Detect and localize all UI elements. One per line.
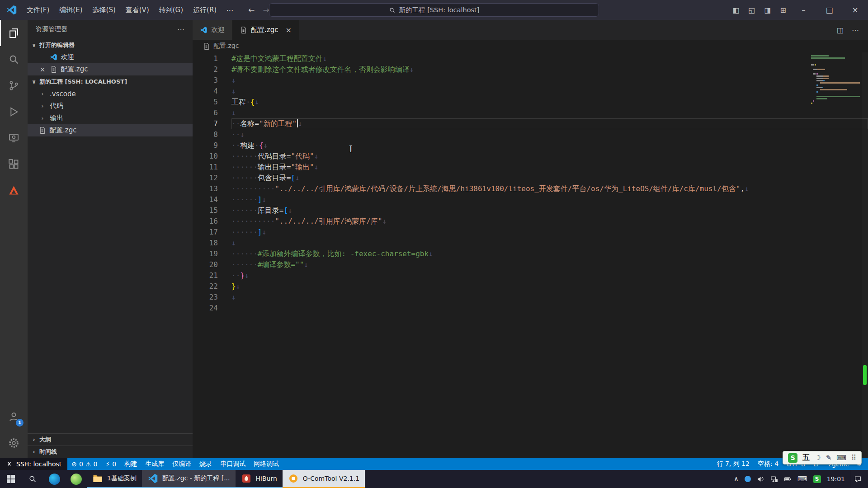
more-actions-icon[interactable]: ⋯: [848, 26, 863, 34]
breadcrumb[interactable]: 配置.zgc: [193, 40, 868, 52]
taskbar-app[interactable]: HiBurn: [236, 470, 283, 488]
tab[interactable]: 配置.zgc×: [232, 20, 299, 40]
menu-item[interactable]: 文件(F): [22, 3, 54, 17]
minimap[interactable]: [811, 55, 860, 109]
menu-item[interactable]: 编辑(E): [54, 3, 87, 17]
toggle-secondary-sidebar-icon[interactable]: ◨: [760, 6, 775, 14]
activity-source-control[interactable]: [0, 72, 28, 99]
code-line[interactable]: ······#添加额外编译参数，比如: -fexec-charset=gbk↓: [231, 249, 868, 259]
code-line[interactable]: ··}↓: [231, 270, 868, 281]
volume-icon[interactable]: [757, 475, 764, 483]
activity-search[interactable]: [0, 46, 28, 72]
code-line[interactable]: ······库目录=[↓: [231, 205, 868, 216]
tab[interactable]: 欢迎: [193, 20, 232, 40]
tree-item[interactable]: ›.vscode: [28, 88, 193, 100]
code-line[interactable]: 工程·{↓: [231, 97, 868, 108]
menu-item[interactable]: 查看(V): [121, 3, 154, 17]
tree-item[interactable]: 配置.zgc: [28, 124, 193, 136]
menu-item[interactable]: 选择(S): [88, 3, 121, 17]
toggle-sidebar-icon[interactable]: ◧: [728, 6, 744, 14]
code-line[interactable]: ··构建·{↓: [231, 140, 868, 151]
sidebar-more-icon[interactable]: ⋯: [177, 25, 184, 34]
edge-browser-button[interactable]: [43, 470, 65, 488]
maximize-button[interactable]: □: [816, 0, 842, 20]
command-center-search[interactable]: 新的工程 [SSH: localhost]: [269, 3, 599, 17]
statusbar-action[interactable]: 网络调试: [250, 458, 283, 470]
code-line[interactable]: ······代码目录="代码"↓: [231, 151, 868, 162]
minimize-button[interactable]: –: [791, 0, 816, 20]
code-line[interactable]: ··↓: [231, 129, 868, 140]
ime-mode-indicator[interactable]: 五: [802, 453, 810, 463]
hidden-icons-chevron[interactable]: ∧: [734, 475, 739, 483]
code-line[interactable]: ··········"../../../引用库/鸿蒙库/代码/设备/片上系统/海…: [231, 183, 868, 194]
code-line[interactable]: ↓: [231, 75, 868, 86]
code-line[interactable]: ··名称="新的工程"↓: [231, 118, 868, 129]
code-editor[interactable]: 123456789101112131415161718192021222324 …: [193, 52, 868, 458]
code-line[interactable]: ↓: [231, 292, 868, 303]
taskbar-app[interactable]: O-ComTool V2.1.1: [283, 470, 365, 488]
statusbar-action[interactable]: 串口调试: [216, 458, 250, 470]
ime-keyboard-icon[interactable]: ⌨: [836, 454, 846, 462]
code-line[interactable]: ······输出目录="输出"↓: [231, 162, 868, 173]
edge-tray-icon[interactable]: [745, 476, 751, 482]
taskbar-app[interactable]: 配置.zgc - 新的工程 [...: [142, 470, 236, 488]
code-line[interactable]: ······包含目录=[↓: [231, 173, 868, 183]
open-editors-header[interactable]: ∨ 打开的编辑器: [28, 39, 193, 51]
clock[interactable]: 19:01: [827, 475, 845, 483]
project-header[interactable]: ∨ 新的工程 [SSH: LOCALHOST]: [28, 75, 193, 88]
statusbar-status[interactable]: 行 7, 列 12: [712, 458, 754, 470]
start-button[interactable]: [0, 470, 22, 488]
sidebar-section[interactable]: ›大纲: [28, 433, 193, 446]
open-editor-item[interactable]: 欢迎: [28, 51, 193, 63]
taskbar-search-button[interactable]: [22, 470, 43, 488]
code-line[interactable]: ······]↓: [231, 227, 868, 238]
code-line[interactable]: ↓: [231, 238, 868, 249]
taskbar-app[interactable]: 1基础案例: [87, 470, 142, 488]
statusbar-action[interactable]: 构建: [120, 458, 141, 470]
code-line[interactable]: #这是中文鸿蒙工程配置文件↓: [231, 53, 868, 64]
activity-settings[interactable]: [0, 430, 28, 456]
sidebar-section[interactable]: ›时间线: [28, 446, 193, 458]
open-editor-item[interactable]: ×配置.zgc: [28, 63, 193, 75]
keyboard-icon[interactable]: ⌨: [797, 475, 807, 483]
menu-more-button[interactable]: ⋯: [222, 6, 238, 14]
back-button[interactable]: ←: [244, 5, 259, 14]
activity-deveco-plugin[interactable]: [0, 177, 28, 203]
code-line[interactable]: }↓: [231, 281, 868, 292]
close-icon[interactable]: ×: [285, 26, 291, 34]
remote-indicator[interactable]: SSH: localhost: [0, 458, 67, 470]
tree-item[interactable]: ›输出: [28, 112, 193, 124]
sogou-ime-icon[interactable]: S: [813, 475, 821, 483]
tree-item[interactable]: ›代码: [28, 100, 193, 112]
statusbar-action[interactable]: 仅编译: [168, 458, 195, 470]
statusbar-action[interactable]: 烧录: [195, 458, 216, 470]
code-line[interactable]: ↓: [231, 108, 868, 118]
problems-indicator[interactable]: ⊘ 0 ⚠ 0: [67, 458, 101, 470]
close-button[interactable]: ×: [842, 0, 868, 20]
action-center-icon[interactable]: [851, 470, 864, 488]
ime-toolbox-icon[interactable]: ⠿: [851, 454, 856, 462]
activity-extensions[interactable]: [0, 151, 28, 177]
activity-run-debug[interactable]: [0, 99, 28, 125]
browser-button[interactable]: [65, 470, 87, 488]
close-icon[interactable]: ×: [38, 66, 47, 74]
battery-icon[interactable]: [784, 475, 792, 483]
code-line[interactable]: ······]↓: [231, 194, 868, 205]
menu-item[interactable]: 运行(R): [188, 3, 222, 17]
code-line[interactable]: [231, 303, 868, 314]
split-editor-icon[interactable]: ◫: [833, 26, 847, 34]
scrollbar[interactable]: [862, 52, 868, 458]
activity-remote-explorer[interactable]: [0, 125, 28, 151]
code-line[interactable]: ↓: [231, 86, 868, 97]
code-line[interactable]: #请不要删除这个文件或者修改文件名，否则会影响编译↓: [231, 64, 868, 75]
code-line[interactable]: ······#编译参数=""↓: [231, 259, 868, 270]
ime-moon-icon[interactable]: ☽: [815, 454, 821, 462]
activity-accounts[interactable]: 1: [0, 404, 28, 430]
menu-item[interactable]: 转到(G): [154, 3, 188, 17]
network-icon[interactable]: [770, 475, 778, 483]
sogou-logo-icon[interactable]: S: [788, 453, 797, 463]
ports-indicator[interactable]: ⚡ 0: [101, 458, 120, 470]
statusbar-action[interactable]: 生成库: [141, 458, 168, 470]
toggle-panel-icon[interactable]: ◱: [744, 6, 760, 14]
customize-layout-icon[interactable]: ⊞: [776, 6, 791, 14]
